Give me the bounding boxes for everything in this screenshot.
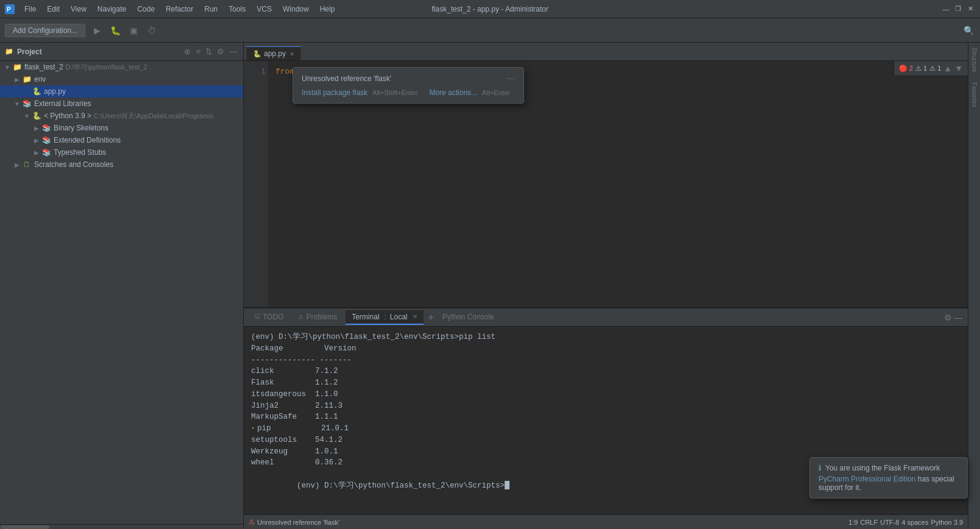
- ed-arrow: ▶: [32, 137, 41, 144]
- nav-down-button[interactable]: ▼: [954, 63, 963, 73]
- terminal-close[interactable]: ✕: [413, 313, 417, 320]
- run-button[interactable]: ▶: [90, 24, 104, 37]
- project-panel-header: 📁 Project ⊕ ≡ ⇅ ⚙ —: [0, 43, 243, 61]
- problems-label: Problems: [306, 313, 337, 321]
- tree-scratches[interactable]: ▶ 🗒 Scratches and Consoles: [0, 158, 243, 171]
- restore-button[interactable]: ❐: [953, 4, 963, 14]
- tab-problems[interactable]: ⚠ Problems: [292, 310, 343, 325]
- status-python-version[interactable]: Python 3.9: [931, 519, 963, 526]
- locate-icon[interactable]: ⊕: [183, 46, 192, 57]
- pkg-flask: Flask 1.1.2: [251, 377, 960, 389]
- more-shortcut: Alt+Enter: [482, 89, 510, 96]
- collapse-icon[interactable]: —: [228, 46, 238, 57]
- minimize-button[interactable]: —: [941, 4, 951, 14]
- terminal-minimize-button[interactable]: —: [954, 313, 963, 322]
- menu-code[interactable]: Code: [132, 4, 160, 15]
- pkg-click: click 7.1.2: [251, 366, 960, 377]
- tree-app-py[interactable]: 🐍 app.py: [0, 85, 243, 98]
- todo-icon: ☑: [255, 313, 260, 320]
- status-error-text: Unresolved reference 'flask': [257, 519, 339, 526]
- bs-label: Binary Skeletons: [54, 124, 108, 132]
- sort-icon[interactable]: ≡: [194, 46, 202, 57]
- pkg-werkzeug: Werkzeug 1.0.1: [251, 446, 960, 458]
- right-side-labels: Structure Favorites: [968, 43, 980, 529]
- tree-env[interactable]: ▶ 📁 env: [0, 73, 243, 85]
- tree-root[interactable]: ▼ 📁 flask_test_2 D:\学习\python\flask_test…: [0, 61, 243, 73]
- menu-window[interactable]: Window: [278, 4, 314, 15]
- menu-tools[interactable]: Tools: [224, 4, 250, 15]
- flask-notification-header: ℹ You are using the Flask Framework: [818, 464, 959, 472]
- project-panel: 📁 Project ⊕ ≡ ⇅ ⚙ — ▼ 📁 flask_test_2 D:\…: [0, 43, 244, 529]
- popup-more-options[interactable]: ⋯: [506, 74, 515, 83]
- sc-arrow: ▶: [12, 162, 22, 168]
- project-scrollbar[interactable]: [0, 524, 243, 529]
- close-button[interactable]: ✕: [965, 4, 975, 14]
- bottom-tab-bar: ☑ TODO ⚠ Problems Terminal : Local ✕ + P…: [244, 308, 968, 327]
- add-terminal-button[interactable]: +: [428, 312, 434, 323]
- app-logo: P: [5, 4, 15, 14]
- pkg-pip: •pip 21.0.1: [251, 423, 960, 435]
- flask-info-icon: ℹ: [818, 464, 822, 472]
- menu-run[interactable]: Run: [199, 4, 222, 15]
- profile-button[interactable]: ⏱: [145, 24, 158, 37]
- menu-navigate[interactable]: Navigate: [93, 4, 131, 15]
- menu-help[interactable]: Help: [315, 4, 340, 15]
- status-error-icon: ⚠: [249, 518, 255, 526]
- local-label: Local: [390, 313, 408, 321]
- menu-refactor[interactable]: Refactor: [161, 4, 198, 15]
- env-arrow: ▶: [12, 76, 22, 83]
- install-package-link[interactable]: Install package flask: [302, 88, 367, 97]
- editor-area: 🐍 app.py ✕ 1 from flask import Flask 🔴: [244, 43, 968, 529]
- tree-typeshed-stubs[interactable]: ▶ 📚 Typeshed Stubs: [0, 146, 243, 158]
- favorites-label[interactable]: Favorites: [970, 77, 979, 112]
- tab-close-button[interactable]: ✕: [289, 51, 294, 57]
- status-indent[interactable]: 4 spaces: [901, 519, 928, 526]
- nav-up-button[interactable]: ▲: [943, 63, 952, 73]
- terminal-label: Terminal: [352, 313, 379, 321]
- py39-label: < Python 3.9 > C:\Users\何天\AppData\Local…: [44, 112, 213, 121]
- status-position[interactable]: 1:9: [848, 519, 857, 526]
- tree-extended-defs[interactable]: ▶ 📚 Extended Definitions: [0, 134, 243, 146]
- py39-arrow: ▼: [22, 113, 32, 119]
- search-everywhere-button[interactable]: 🔍: [962, 24, 975, 37]
- sc-icon: 🗒: [22, 160, 32, 169]
- error-count: 🔴 2: [899, 65, 913, 73]
- structure-label[interactable]: Structure: [970, 43, 979, 77]
- settings-icon[interactable]: ⚙: [216, 46, 225, 57]
- line-number-1: 1: [246, 66, 266, 78]
- tab-label: app.py: [264, 49, 286, 58]
- menu-vcs[interactable]: VCS: [252, 4, 277, 15]
- root-folder-icon: 📁: [12, 62, 22, 72]
- root-arrow: ▼: [2, 64, 12, 71]
- tab-python-console[interactable]: Python Console: [436, 310, 500, 325]
- terminal-settings-button[interactable]: ⚙: [944, 313, 952, 322]
- pycharm-edition-link[interactable]: PyCharm Professional Edition: [818, 475, 915, 483]
- tree-binary-skeletons[interactable]: ▶ 📚 Binary Skeletons: [0, 122, 243, 134]
- debug-button[interactable]: 🐛: [108, 24, 122, 37]
- status-line-ending[interactable]: CRLF: [860, 519, 878, 526]
- editor-content: 1 from flask import Flask 🔴 2 ⚠ 1 ⚠ 1 ▲ …: [244, 61, 968, 307]
- terminal-pkg-header: Package Version: [251, 343, 960, 355]
- warn2-count: ⚠ 1: [929, 65, 941, 73]
- line-numbers: 1: [244, 61, 268, 307]
- extlibs-label: External Libraries: [34, 99, 91, 108]
- status-encoding[interactable]: UTF-8: [880, 519, 899, 526]
- env-label: env: [34, 75, 46, 83]
- menu-view[interactable]: View: [66, 4, 91, 15]
- menu-edit[interactable]: Edit: [42, 4, 65, 15]
- project-icon: 📁: [5, 48, 13, 55]
- add-configuration-button[interactable]: Add Configuration...: [5, 24, 85, 37]
- more-actions-link[interactable]: More actions...: [429, 88, 477, 97]
- tree-external-libs[interactable]: ▼ 📚 External Libraries: [0, 98, 243, 110]
- root-path: D:\学习\python\flask_test_2: [65, 63, 147, 71]
- popup-divider: [422, 88, 424, 97]
- todo-label: TODO: [263, 313, 283, 321]
- tab-terminal[interactable]: Terminal : Local ✕: [346, 310, 423, 325]
- tree-python39[interactable]: ▼ 🐍 < Python 3.9 > C:\Users\何天\AppData\L…: [0, 110, 243, 122]
- coverage-button[interactable]: ▣: [127, 24, 140, 37]
- ed-icon: 📚: [41, 135, 51, 145]
- tab-app-py[interactable]: 🐍 app.py ✕: [246, 46, 301, 60]
- menu-file[interactable]: File: [20, 4, 41, 15]
- tab-todo[interactable]: ☑ TODO: [249, 310, 289, 325]
- filter-icon[interactable]: ⇅: [204, 46, 213, 57]
